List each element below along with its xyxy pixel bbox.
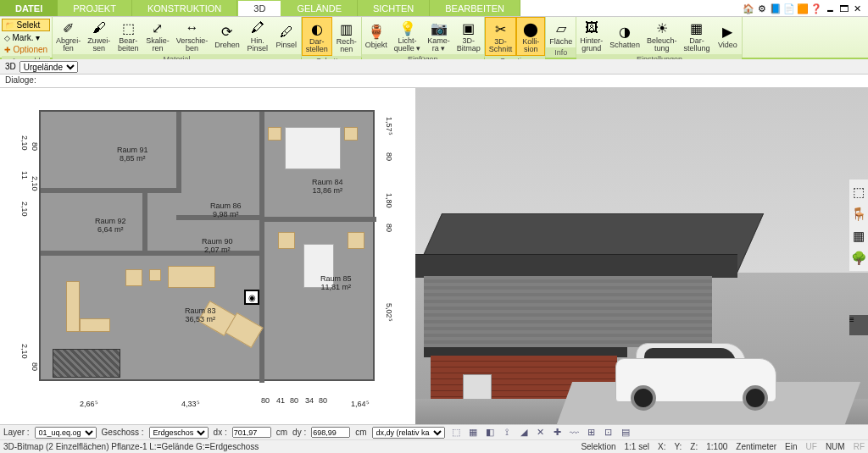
- floorplan-panel[interactable]: ◉ Raum 918,85 m²Raum 926,64 m²Raum 869,9…: [0, 88, 415, 424]
- ribbon-btn[interactable]: 🖍Hin.Pinsel: [243, 17, 272, 54]
- ribbon-btn[interactable]: ▥Rech-nen: [332, 17, 361, 56]
- sb-tool-icon[interactable]: ⟟: [501, 427, 513, 439]
- layer-select[interactable]: 01_uq.eq.og: [35, 427, 97, 439]
- ribbon-btn[interactable]: ⬤Kolli-sion: [516, 17, 545, 56]
- ribbon-btn-label: Video: [718, 41, 737, 49]
- sb-tool-icon[interactable]: ◧: [484, 427, 496, 439]
- kitchen-unit: [80, 318, 110, 332]
- ribbon-btn[interactable]: ◑Schatten: [606, 17, 643, 54]
- book-icon[interactable]: 📘: [770, 3, 782, 14]
- ribbon-btn[interactable]: ✂3D-Schnitt: [485, 17, 517, 56]
- roof-eave: [415, 254, 737, 278]
- ribbon-icon: 🖌: [90, 19, 108, 37]
- dx-label: dx :: [214, 428, 227, 437]
- ribbon-btn[interactable]: ☀Beleuch-tung: [643, 17, 681, 54]
- tab-konstruktion[interactable]: KONSTRUKTION: [132, 0, 237, 16]
- ribbon-btn[interactable]: ◐Dar-stellen: [302, 17, 332, 56]
- ribbon-btn[interactable]: 🖊Pinsel: [272, 17, 301, 54]
- car-wheel: [631, 385, 656, 411]
- sb-tool-icon[interactable]: ◢: [518, 427, 530, 439]
- gear-icon[interactable]: ⚙: [756, 3, 768, 14]
- optionen-button[interactable]: ✚ Optionen: [2, 44, 50, 55]
- room-label: Raum 869,98 m²: [210, 202, 242, 218]
- sb-tool-icon[interactable]: ▤: [620, 427, 632, 439]
- ribbon-btn[interactable]: 📷Kame-ra ▾: [424, 17, 453, 54]
- help-icon[interactable]: ❓: [810, 3, 822, 14]
- close-icon[interactable]: ✕: [851, 3, 863, 14]
- tab-projekt[interactable]: PROJEKT: [58, 0, 132, 16]
- view3d-panel[interactable]: [415, 88, 868, 424]
- room-label: Raum 8413,86 m²: [312, 178, 343, 195]
- panel-tab-handle[interactable]: ≡: [849, 315, 868, 335]
- ribbon-icon: 🖊: [277, 23, 296, 41]
- ribbon-btn[interactable]: 🖌Zuwei-sen: [84, 17, 114, 54]
- sb-tool-icon[interactable]: ▦: [467, 427, 479, 439]
- ribbon-btn[interactable]: ⤢Skalie-ren: [142, 17, 173, 54]
- tab-gelaende[interactable]: GELÄNDE: [281, 0, 358, 16]
- minimize-icon[interactable]: 🗕: [824, 3, 836, 14]
- ribbon-icon: ◑: [615, 23, 634, 41]
- ribbon-icon: ⟳: [218, 23, 236, 41]
- ribbon-btn[interactable]: ▦Dar-stellung: [680, 17, 713, 54]
- dx-input[interactable]: [232, 427, 271, 438]
- ribbon-btn[interactable]: ⟳Drehen: [211, 17, 243, 54]
- ribbon-btn[interactable]: ▣3D-Bitmap: [453, 17, 484, 54]
- selekt-button[interactable]: 📁 Selekt: [2, 19, 50, 31]
- ribbon-icon: ✐: [59, 19, 78, 37]
- tab-datei[interactable]: DATEI: [0, 0, 58, 16]
- ribbon-btn-label: Rech-nen: [337, 38, 357, 53]
- side-table: [149, 269, 161, 281]
- terrain-select[interactable]: Urgelände: [19, 61, 78, 73]
- maximize-icon[interactable]: 🗖: [837, 3, 849, 14]
- dimension-label: 34: [305, 396, 314, 405]
- sb-tool-icon[interactable]: 〰: [569, 427, 581, 439]
- plant-icon[interactable]: 🌳: [851, 251, 867, 266]
- layers-icon[interactable]: ⬚: [853, 185, 865, 200]
- ribbon-icon: ☀: [653, 19, 671, 37]
- tab-bearbeiten[interactable]: BEARBEITEN: [430, 0, 520, 16]
- hatched-area: [53, 349, 120, 378]
- auswahl-group: 📁 Selekt ◇ Mark. ▾ ✚ Optionen Auswahl: [0, 17, 53, 58]
- home-icon[interactable]: 🏠: [743, 3, 754, 14]
- sb-tool-icon[interactable]: ⬚: [450, 427, 462, 439]
- ribbon-btn[interactable]: 💡Licht-quelle ▾: [391, 17, 425, 54]
- dy-input[interactable]: [311, 427, 350, 438]
- furniture-icon[interactable]: 🪑: [851, 207, 867, 222]
- ribbon-btn-label: Objekt: [365, 41, 387, 49]
- ribbon-btn[interactable]: ▶Video: [713, 17, 742, 54]
- sb-tool-icon[interactable]: ⊞: [586, 427, 598, 439]
- menu-tabs: DATEI PROJEKT KONSTRUKTION 3D GELÄNDE SI…: [0, 0, 868, 17]
- ribbon-btn[interactable]: 🖼Hinter-grund: [576, 17, 606, 54]
- ribbon-btn[interactable]: ▱Fläche: [546, 17, 576, 47]
- ribbon-btn[interactable]: 🏺Objekt: [362, 17, 391, 54]
- ribbon-btn-label: Dar-stellung: [683, 37, 709, 52]
- dimension-label: 4,33⁵: [181, 400, 200, 408]
- geschoss-select[interactable]: Erdgeschos: [149, 427, 209, 439]
- materials-icon[interactable]: ▦: [853, 229, 865, 244]
- sb-tool-icon[interactable]: ⊡: [603, 427, 615, 439]
- sb-tool-icon[interactable]: ✚: [552, 427, 564, 439]
- selection-marker[interactable]: ◉: [244, 290, 259, 305]
- ribbon-group-info: ▱FlächeInfo: [546, 17, 576, 58]
- ribbon-icon: 📷: [430, 19, 448, 37]
- wall: [259, 112, 264, 383]
- page-icon[interactable]: 📄: [783, 3, 795, 14]
- ribbon-btn[interactable]: ↔Verschie-ben: [173, 17, 212, 54]
- room-label: Raum 8511,81 m²: [320, 274, 352, 291]
- tab-3d[interactable]: 3D: [237, 0, 281, 16]
- sb-tool-icon[interactable]: ✕: [535, 427, 547, 439]
- mark-button[interactable]: ◇ Mark. ▾: [2, 32, 50, 43]
- mode-3d-label: 3D: [5, 62, 16, 71]
- ribbon-btn-label: Beleuch-tung: [647, 37, 677, 52]
- workspace: ◉ Raum 918,85 m²Raum 926,64 m²Raum 869,9…: [0, 88, 868, 424]
- tab-sichten[interactable]: SICHTEN: [358, 0, 430, 16]
- coord-mode-select[interactable]: dx,dy (relativ ka: [372, 427, 445, 439]
- dy-label: dy :: [292, 428, 306, 437]
- bed: [285, 127, 341, 169]
- ribbon-btn[interactable]: ✐Abgrei-fen: [53, 17, 84, 54]
- ribbon-btn[interactable]: ⬚Bear-beiten: [114, 17, 142, 54]
- square-icon[interactable]: 🟧: [797, 3, 809, 14]
- z-label: Z:: [690, 442, 698, 451]
- nightstand: [268, 127, 281, 141]
- dimension-label: 2,10: [20, 135, 29, 151]
